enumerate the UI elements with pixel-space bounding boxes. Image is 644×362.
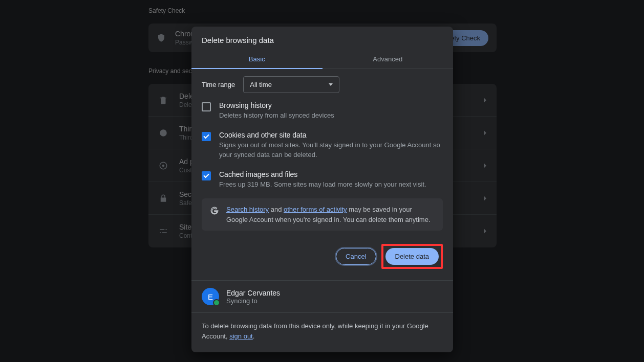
- item-desc: Signs you out of most sites. You'll stay…: [219, 140, 443, 160]
- time-range-label: Time range: [202, 81, 235, 88]
- item-title: Browsing history: [219, 101, 443, 109]
- item-browsing-history: Browsing history Deletes history from al…: [191, 96, 453, 126]
- item-desc: Deletes history from all synced devices: [219, 110, 443, 121]
- item-desc: Frees up 319 MB. Some sites may load mor…: [219, 179, 443, 190]
- chevron-right-icon: [484, 163, 486, 168]
- avatar: E: [202, 288, 219, 305]
- chevron-down-icon: [329, 83, 333, 86]
- link-sign-out[interactable]: sign out: [229, 332, 253, 340]
- dialog-footer: To delete browsing data from this device…: [191, 312, 453, 352]
- tab-advanced[interactable]: Advanced: [323, 52, 454, 69]
- sliders-icon: [159, 227, 168, 236]
- checkbox-cookies[interactable]: [202, 132, 211, 141]
- trash-icon: [159, 96, 168, 105]
- tabs: Basic Advanced: [191, 52, 453, 69]
- lock-icon: [159, 194, 168, 203]
- tab-basic[interactable]: Basic: [191, 52, 323, 69]
- section-safety-check: Safety Check: [148, 7, 497, 14]
- info-mid: and: [269, 206, 284, 213]
- delete-data-button[interactable]: Delete data: [385, 248, 439, 265]
- item-title: Cached images and files: [219, 170, 443, 178]
- google-icon: [210, 206, 219, 215]
- footer-after: .: [253, 332, 255, 340]
- cookie-icon: [159, 128, 168, 138]
- dialog-title: Delete browsing data: [191, 27, 453, 52]
- item-title: Cookies and other site data: [219, 131, 443, 139]
- cancel-button[interactable]: Cancel: [336, 248, 376, 265]
- link-search-history[interactable]: Search history: [226, 206, 269, 213]
- account-row: E Edgar Cervantes Syncing to: [191, 280, 453, 312]
- checkbox-cache[interactable]: [202, 171, 211, 180]
- account-status: Syncing to: [226, 297, 280, 305]
- link-other-activity[interactable]: other forms of activity: [284, 206, 347, 213]
- sync-badge-icon: [213, 299, 220, 306]
- time-range-value: All time: [250, 81, 272, 88]
- tutorial-highlight: Delete data: [381, 244, 443, 269]
- svg-point-0: [160, 129, 167, 137]
- chevron-right-icon: [484, 130, 486, 135]
- svg-point-2: [162, 164, 165, 167]
- ads-icon: [159, 161, 168, 170]
- account-name: Edgar Cervantes: [226, 289, 280, 297]
- time-range-select[interactable]: All time: [243, 76, 339, 93]
- checkbox-browsing-history[interactable]: [202, 102, 211, 111]
- chevron-right-icon: [484, 196, 486, 201]
- item-cookies: Cookies and other site data Signs you ou…: [191, 126, 453, 165]
- avatar-initial: E: [208, 292, 213, 301]
- item-cache: Cached images and files Frees up 319 MB.…: [191, 165, 453, 195]
- chevron-right-icon: [484, 229, 486, 234]
- delete-browsing-data-dialog: Delete browsing data Basic Advanced Time…: [191, 27, 453, 352]
- chevron-right-icon: [484, 98, 486, 103]
- google-account-info: Search history and other forms of activi…: [202, 198, 443, 231]
- shield-icon: [157, 33, 166, 42]
